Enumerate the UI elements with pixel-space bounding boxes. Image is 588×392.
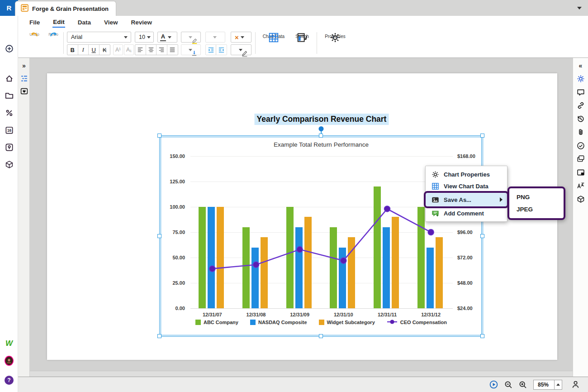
rotation-handle[interactable] [319, 126, 324, 131]
menu-item-view[interactable]: View [104, 18, 119, 27]
context-menu-item-save-as[interactable]: Save As... [426, 193, 507, 206]
left-axis-tick-label: 100.00 [161, 204, 185, 210]
subscript-button[interactable]: A₁ [124, 44, 134, 55]
history-icon[interactable] [576, 115, 585, 123]
expand-panel-icon[interactable]: » [20, 62, 28, 70]
toolbar: Undo Redo Arial 10 A × [18, 29, 588, 58]
properties-button[interactable]: Properties [321, 31, 349, 55]
font-color-button[interactable]: A [157, 32, 177, 43]
highlight-color-button[interactable] [181, 32, 201, 43]
undo-button[interactable]: Undo [25, 31, 43, 46]
selection-handle[interactable] [480, 334, 484, 338]
selection-handle[interactable] [157, 234, 161, 238]
outline-view-icon[interactable] [20, 74, 28, 82]
link-icon[interactable] [576, 101, 585, 110]
selection-handle[interactable] [480, 134, 484, 138]
tasks-check-icon[interactable] [576, 141, 585, 150]
zoom-level-input[interactable]: 85% [533, 380, 562, 390]
align-center-button[interactable] [146, 45, 157, 55]
superscript-button[interactable]: A¹ [113, 44, 123, 55]
legend-swatch [319, 320, 324, 325]
zoom-out-button[interactable] [504, 381, 512, 389]
collaborators-button[interactable] [571, 380, 580, 389]
x-axis-category-label: 12/31/07 [194, 312, 230, 317]
collapse-window-icon[interactable] [577, 7, 582, 10]
help-icon[interactable]: ? [5, 376, 14, 385]
legend-swatch [195, 320, 201, 325]
selection-handle[interactable] [157, 134, 161, 138]
user-avatar[interactable] [5, 356, 14, 365]
context-menu-item-view-chart-data[interactable]: View Chart Data [426, 180, 507, 192]
calendar-16-icon[interactable]: 16 [5, 125, 14, 134]
strikethrough-button[interactable]: K [100, 45, 110, 55]
switch-button[interactable]: Switch [291, 31, 313, 55]
font-style-group: B I U K [67, 44, 110, 55]
folder-icon[interactable] [5, 91, 14, 100]
slide-panel-rail: » [18, 58, 30, 377]
editor-canvas[interactable]: Yearly Comparison Revenue Chart Example … [30, 58, 573, 377]
chevron-down-icon [168, 36, 171, 38]
increase-indent-button[interactable] [216, 45, 227, 55]
underline-button[interactable]: U [89, 45, 100, 55]
horizontal-scrollbar[interactable] [30, 371, 573, 377]
fill-color-button[interactable] [205, 32, 225, 43]
undo-icon [30, 31, 39, 40]
context-menu-item-add-comment[interactable]: Add Comment [426, 207, 507, 219]
chevron-down-icon [241, 36, 244, 38]
comments-icon[interactable] [576, 88, 585, 96]
chart-data-button[interactable]: Chart Data [260, 31, 288, 55]
application-window: R Forge & Grain Presentation FileEditDat… [0, 0, 588, 392]
menu-item-file[interactable]: File [29, 18, 40, 27]
selection-handle[interactable] [157, 334, 161, 338]
left-axis-tick-label: 75.00 [161, 229, 185, 235]
bold-button[interactable]: B [67, 45, 78, 55]
vertical-align-button[interactable] [181, 44, 201, 55]
slide-notes-icon[interactable] [576, 168, 585, 177]
duplicate-slides-icon[interactable] [576, 155, 585, 163]
font-size-select[interactable]: 10 [135, 32, 154, 43]
add-circle-icon[interactable] [5, 44, 14, 53]
w-logo-icon[interactable]: W [5, 339, 14, 348]
pin-box-icon[interactable] [5, 143, 14, 152]
gear-icon [432, 171, 439, 178]
left-axis-tick-label: 125.00 [161, 179, 185, 184]
zoom-stepper[interactable] [554, 380, 562, 389]
objects-3d-icon[interactable] [576, 195, 585, 203]
cube-icon[interactable] [5, 160, 14, 169]
context-menu-item-chart-properties[interactable]: Chart Properties [426, 168, 507, 180]
submenu-item-png[interactable]: PNG [509, 191, 564, 203]
selection-handle[interactable] [319, 334, 323, 338]
border-color-button[interactable] [231, 44, 251, 55]
align-justify-button[interactable] [167, 45, 178, 55]
submenu-item-jpeg[interactable]: JPEG [509, 203, 564, 215]
title-bar: R Forge & Grain Presentation [0, 0, 588, 16]
legend-label: CEO Compensation [400, 320, 447, 325]
menu-item-review[interactable]: Review [131, 18, 153, 27]
font-family-select[interactable]: Arial [67, 32, 131, 43]
decrease-indent-button[interactable] [206, 45, 216, 55]
document-tab[interactable]: Forge & Grain Presentation [15, 1, 116, 16]
collapse-panel-icon[interactable]: « [576, 61, 585, 70]
zoom-in-button[interactable] [519, 381, 527, 389]
arrow-up-icon [556, 383, 560, 386]
italic-button[interactable]: I [78, 45, 89, 55]
align-left-button[interactable] [135, 45, 146, 55]
percent-icon[interactable] [5, 108, 14, 117]
redo-button[interactable]: Redo [44, 31, 62, 46]
selection-handle[interactable] [480, 234, 484, 238]
attachment-icon[interactable] [576, 128, 585, 137]
settings-gear-icon[interactable] [576, 75, 585, 83]
home-icon[interactable] [5, 74, 14, 83]
legend-item-widget-subcategory: Widget Subcategory [319, 320, 375, 325]
translate-icon[interactable] [576, 182, 585, 190]
present-play-button[interactable] [489, 380, 498, 389]
favorite-slide-icon[interactable] [20, 87, 28, 95]
slide-title[interactable]: Yearly Comparison Revenue Chart [255, 114, 389, 125]
menu-item-data[interactable]: Data [77, 18, 91, 27]
legend-item-abc-company: ABC Company [195, 320, 238, 325]
align-right-button[interactable] [156, 45, 167, 55]
menu-item-edit[interactable]: Edit [52, 18, 65, 28]
clear-formatting-button[interactable]: × [231, 32, 251, 43]
left-axis-tick-label: 150.00 [161, 153, 185, 159]
selection-handle[interactable] [319, 134, 323, 138]
